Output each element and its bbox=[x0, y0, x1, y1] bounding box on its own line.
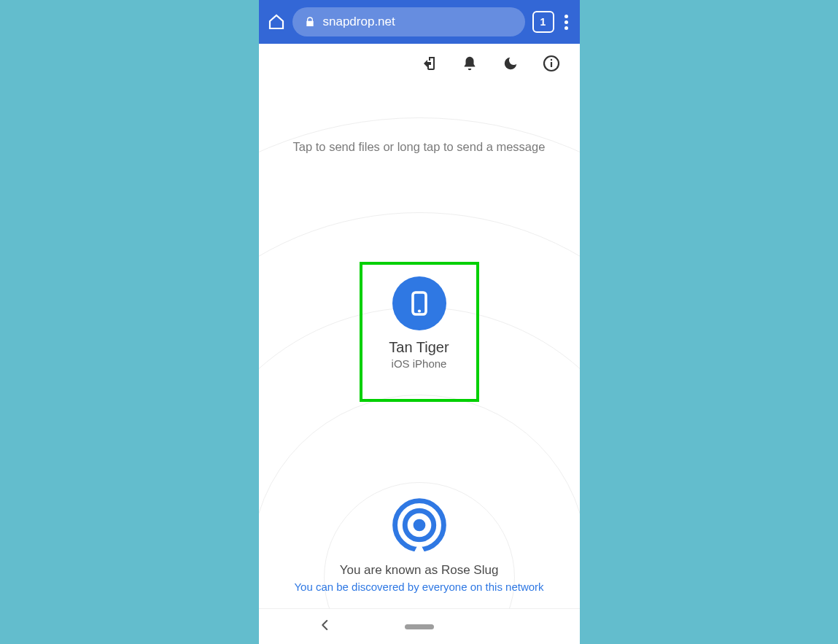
peer-avatar bbox=[392, 276, 446, 330]
self-network-text[interactable]: You can be discovered by everyone on thi… bbox=[294, 581, 543, 593]
url-text: snapdrop.net bbox=[323, 15, 395, 29]
svg-point-2 bbox=[550, 59, 551, 61]
back-icon[interactable] bbox=[319, 618, 332, 635]
self-identity: You are known as Rose Slug You can be di… bbox=[259, 497, 580, 593]
tabs-button[interactable]: 1 bbox=[532, 11, 554, 33]
info-icon[interactable] bbox=[542, 54, 561, 73]
self-name-value: Rose Slug bbox=[441, 563, 498, 577]
peer-name: Tan Tiger bbox=[389, 339, 449, 356]
main-content: Tap to send files or long tap to send a … bbox=[259, 83, 580, 644]
self-name-prefix: You are known as bbox=[340, 563, 441, 577]
system-nav-bar bbox=[259, 608, 580, 644]
browser-menu-button[interactable] bbox=[562, 15, 571, 30]
phone-screen: snapdrop.net 1 bbox=[259, 0, 580, 644]
lock-icon bbox=[304, 16, 316, 28]
address-bar[interactable]: snapdrop.net bbox=[292, 7, 525, 36]
instruction-text: Tap to send files or long tap to send a … bbox=[259, 140, 580, 154]
peer-highlighted[interactable]: Tan Tiger iOS iPhone bbox=[360, 262, 479, 402]
peer-device-type: iOS iPhone bbox=[392, 357, 447, 370]
install-icon[interactable] bbox=[419, 54, 438, 73]
gesture-pill[interactable] bbox=[405, 624, 434, 629]
snapdrop-logo-icon bbox=[392, 497, 447, 553]
app-header bbox=[259, 44, 580, 83]
phone-icon bbox=[406, 290, 432, 317]
browser-top-bar: snapdrop.net 1 bbox=[259, 0, 580, 44]
moon-icon[interactable] bbox=[501, 54, 520, 73]
bell-icon[interactable] bbox=[460, 54, 479, 73]
self-display-name: You are known as Rose Slug bbox=[340, 563, 499, 578]
svg-point-4 bbox=[417, 309, 420, 312]
svg-point-7 bbox=[413, 519, 425, 532]
home-icon[interactable] bbox=[268, 13, 285, 31]
tabs-count: 1 bbox=[540, 16, 546, 28]
